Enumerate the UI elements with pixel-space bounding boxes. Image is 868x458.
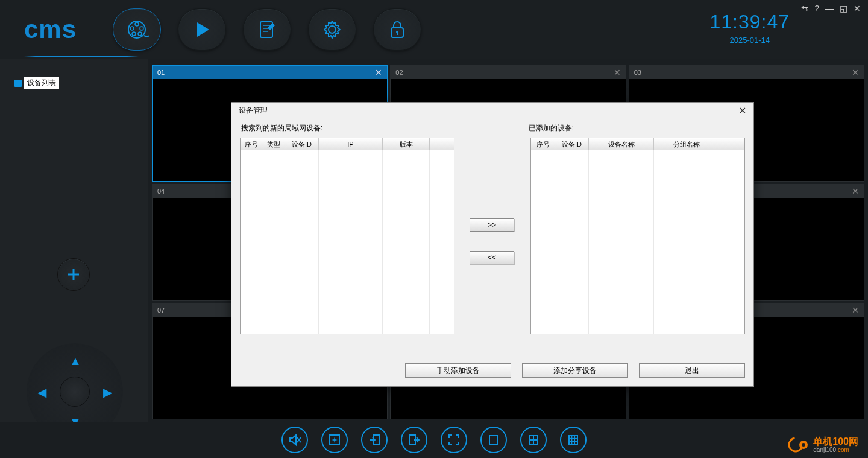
grid-9-icon (567, 434, 579, 446)
svg-point-32 (802, 443, 805, 447)
exit-button[interactable]: 退出 (639, 363, 745, 378)
added-devices-table[interactable]: 序号 设备ID 设备名称 分组名称 (530, 138, 745, 334)
svg-point-2 (140, 27, 143, 30)
svg-rect-25 (569, 436, 577, 444)
table-header[interactable]: 设备名称 (589, 138, 654, 150)
watermark-logo-icon (788, 434, 810, 456)
layout-4-button[interactable] (520, 427, 547, 453)
table-header[interactable]: IP (319, 138, 383, 150)
maximize-icon[interactable]: ◱ (838, 4, 849, 13)
layout-1-button[interactable] (480, 427, 507, 453)
group-icon (14, 80, 22, 87)
ptz-center-button[interactable] (60, 377, 90, 407)
pane-close-button[interactable]: ✕ (852, 68, 859, 77)
dialog-titlebar: 设备管理 ✕ (231, 103, 753, 119)
app-logo: cms (24, 15, 77, 44)
table-header[interactable] (719, 138, 744, 150)
remove-selected-button[interactable]: << (470, 251, 514, 264)
manual-add-button[interactable]: 手动添加设备 (405, 363, 511, 378)
add-shared-button[interactable]: 添加分享设备 (522, 363, 628, 378)
svg-point-10 (329, 26, 336, 33)
watermark-text: 单机100网 danji100.com (813, 436, 858, 454)
ptz-up-button[interactable]: ▲ (69, 354, 81, 368)
pane-close-button[interactable]: ✕ (852, 186, 859, 196)
sidebar: ┄ 设备列表 ▲ ▼ ◀ ▶ (0, 59, 148, 422)
svg-point-1 (135, 22, 139, 26)
clock: 11:39:47 2025-01-14 (709, 11, 790, 45)
tree-connector: ┄ (8, 80, 12, 86)
gear-icon (321, 19, 343, 40)
logout-icon (407, 433, 421, 447)
pane-close-button[interactable]: ✕ (375, 68, 382, 77)
table-header[interactable]: 设备ID (555, 138, 589, 150)
svg-point-4 (132, 32, 136, 36)
snapshot-button[interactable] (321, 427, 348, 453)
grid-1-icon (488, 434, 500, 446)
clock-time: 11:39:47 (709, 11, 790, 33)
dialog-title: 设备管理 (239, 106, 268, 116)
table-header[interactable]: 分组名称 (654, 138, 719, 150)
right-section-label: 已添加的设备: (529, 123, 574, 133)
nav-log-button[interactable] (243, 8, 291, 51)
add-selected-button[interactable]: >> (470, 218, 514, 232)
clock-date: 2025-01-14 (709, 36, 790, 45)
watermark-url: danji100.com (813, 447, 858, 453)
network-icon[interactable]: ⇆ (800, 4, 810, 13)
nav-settings-button[interactable] (308, 8, 356, 51)
pane-close-button[interactable]: ✕ (852, 305, 859, 315)
fullscreen-button[interactable] (441, 427, 467, 453)
help-icon[interactable]: ? (813, 4, 820, 13)
lock-icon (388, 19, 406, 40)
table-header[interactable]: 序号 (531, 138, 555, 150)
watermark-title: 单机100网 (813, 436, 858, 447)
next-page-button[interactable] (401, 427, 427, 453)
pane-number: 07 (157, 307, 165, 314)
pane-number: 01 (157, 69, 165, 76)
mute-button[interactable] (281, 427, 308, 453)
nav-record-button[interactable] (113, 8, 161, 51)
top-bar: cms 11:39:47 2025-01-14 ⇆ ? — ◱ ✕ (0, 0, 868, 59)
svg-rect-21 (489, 436, 498, 444)
left-section-label: 搜索到的新的局域网设备: (241, 123, 745, 133)
plus-icon (67, 268, 80, 281)
svg-point-3 (138, 32, 142, 36)
ptz-right-button[interactable]: ▶ (103, 385, 112, 399)
table-header[interactable]: 版本 (383, 138, 430, 150)
dialog-close-button[interactable]: ✕ (738, 105, 746, 116)
logo-underline (24, 56, 139, 57)
pane-close-button[interactable]: ✕ (614, 68, 621, 77)
table-header[interactable]: 设备ID (285, 138, 319, 150)
expand-icon (447, 433, 461, 447)
grid-4-icon (527, 434, 539, 446)
play-icon (192, 20, 212, 39)
pane-number: 04 (157, 188, 165, 195)
window-controls: ⇆ ? — ◱ ✕ (800, 4, 862, 13)
table-header[interactable]: 类型 (262, 138, 285, 150)
nav-play-button[interactable] (178, 8, 226, 51)
layout-9-button[interactable] (560, 427, 587, 453)
device-manage-dialog: 设备管理 ✕ 搜索到的新的局域网设备: 已添加的设备: 序号 类型 设备ID I… (231, 102, 754, 387)
add-device-button[interactable] (57, 258, 90, 291)
sparkle-square-icon (328, 433, 341, 447)
bottom-toolbar: 单机100网 danji100.com (0, 422, 868, 458)
svg-point-5 (130, 27, 134, 30)
ptz-left-button[interactable]: ◀ (37, 385, 46, 399)
watermark: 单机100网 danji100.com (788, 434, 858, 456)
pane-number: 02 (395, 69, 403, 76)
speaker-mute-icon (288, 433, 302, 447)
table-header[interactable] (430, 138, 454, 150)
device-tree[interactable]: ┄ 设备列表 (8, 77, 59, 89)
login-icon (368, 433, 381, 447)
pane-number: 03 (634, 69, 641, 76)
table-header[interactable]: 序号 (241, 138, 262, 150)
top-nav-icons (113, 8, 421, 51)
tree-root-label: 设备列表 (24, 77, 59, 89)
prev-page-button[interactable] (361, 427, 388, 453)
document-edit-icon (257, 19, 277, 40)
film-reel-icon (125, 17, 149, 42)
minimize-icon[interactable]: — (824, 4, 835, 13)
nav-lock-button[interactable] (373, 8, 421, 51)
close-icon[interactable]: ✕ (852, 4, 862, 13)
discovered-devices-table[interactable]: 序号 类型 设备ID IP 版本 (240, 138, 454, 334)
